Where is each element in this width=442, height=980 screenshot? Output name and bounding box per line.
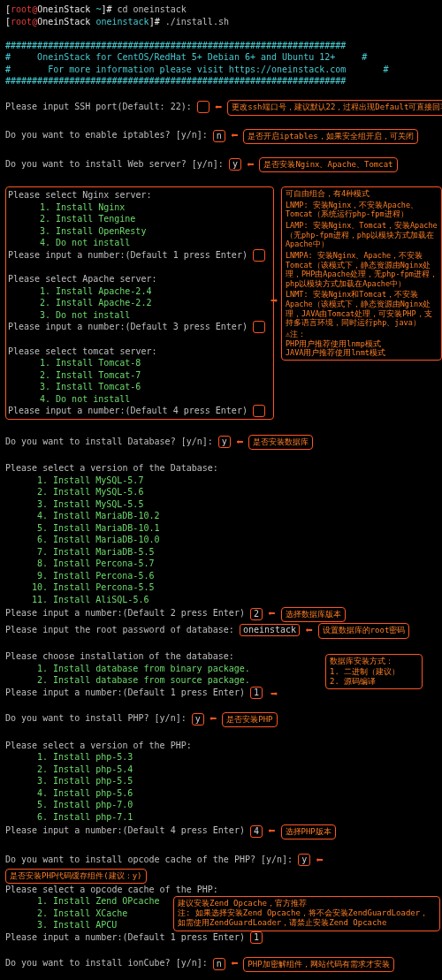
db-opt: 5. Install MariaDB-10.1 [5, 522, 437, 535]
arrow-icon: ⬅ [316, 853, 323, 867]
server-selection-group: Please select Nginx server: 1. Install N… [5, 186, 274, 420]
tomcat-opt: 1. Install Tomcat-8 [8, 357, 271, 369]
banner-line: # For more information please visit http… [5, 64, 437, 76]
note-php: 是否安装PHP [222, 712, 277, 727]
tomcat-opt: 3. Install Tomcat-6 [8, 381, 271, 393]
nginx-opt: 4. Do not install [8, 237, 271, 249]
terminal: [root@OneinStack ~]# cd oneinstack [root… [0, 0, 442, 980]
db-opt: 11. Install AliSQL-5.6 [5, 594, 437, 606]
input-db-pwd[interactable]: oneinstack [240, 624, 300, 636]
note-db: 是否安装数据库 [248, 435, 313, 450]
note-combo: 可自由组合，有4种模式 LNMP: 安装Nginx，不安装Apache、Tomc… [281, 186, 442, 361]
input-db-inst[interactable]: 1 [250, 687, 263, 699]
db-opt: 10. Install Percona-5.5 [5, 581, 437, 594]
nginx-opt: 3. Install OpenResty [8, 225, 271, 238]
input-ssh[interactable] [197, 101, 210, 113]
question-ssh: Please input SSH port(Default: 22): ⬅ 更改… [5, 99, 437, 116]
nginx-opt: 2. Install Tengine [8, 213, 271, 225]
db-pwd: Please input the root password of databa… [5, 622, 437, 639]
php-opt: 5. Install php-7.0 [5, 799, 437, 811]
arrow-icon: ⬅ [268, 606, 275, 620]
banner-line: # OneinStack for CentOS/RedHat 5+ Debian… [5, 51, 437, 64]
arrow-icon: ⬅ [236, 435, 243, 449]
apache-opt: 3. Do not install [8, 309, 271, 322]
prompt-line-1: [root@OneinStack ~]# cd oneinstack [5, 4, 437, 16]
opc-header: Please select a opcode cache of the PHP: [5, 884, 437, 896]
tomcat-header: Please select tomcat server: [8, 346, 271, 358]
banner-hash: ########################################… [5, 40, 437, 52]
arrow-icon: ⬅ [231, 956, 238, 970]
note-ssh: 更改ssh端口号，建议默认22，过程出现Default可直接回车 [227, 100, 442, 115]
note-opc: 建议安装Zend Opcache，官方推荐 注: 如果选择安装Zend Opca… [173, 896, 440, 931]
input-apache[interactable] [253, 321, 265, 333]
input-nginx[interactable] [253, 249, 265, 262]
note-iptables: 是否开启iptables，如果安全组开启，可关闭 [243, 129, 417, 144]
note-db-ver: 选择数据库版本 [281, 607, 346, 622]
question-opcache: Do you want to install opcode cache of t… [5, 852, 437, 884]
input-opcache[interactable]: y [298, 854, 310, 866]
arrow-icon: ➡ [271, 292, 278, 309]
note-db-inst: 数据库安装方式： 1. 二进制（建议） 2. 源码编译 [325, 654, 423, 689]
question-db: Do you want to install Database? [y/n]: … [5, 434, 437, 451]
arrow-icon: ⬅ [215, 100, 222, 114]
question-web: Do you want to install Web server? [y/n]… [5, 156, 437, 173]
question-iptables: Do you want to enable iptables? [y/n]: n… [5, 127, 437, 144]
input-php-num[interactable]: 4 [250, 825, 263, 838]
input-tomcat[interactable] [253, 405, 265, 417]
php-opt: 6. Install php-7.1 [5, 811, 437, 824]
input-db-num[interactable]: 2 [250, 608, 263, 620]
php-ver-header: Please select a version of the PHP: [5, 740, 437, 752]
php-opt: 4. Install php-5.6 [5, 787, 437, 800]
db-opt: 8. Install Percona-5.7 [5, 558, 437, 570]
arrow-icon: ⬅ [305, 623, 312, 637]
input-ioncube[interactable]: n [213, 958, 225, 970]
prompt-line-2: [root@OneinStack oneinstack]# ./install.… [5, 16, 437, 28]
arrow-icon: ⬅ [231, 128, 238, 142]
db-opt: 9. Install Percona-5.6 [5, 570, 437, 582]
input-db[interactable]: y [218, 436, 231, 448]
note-web: 是否安装Nginx、Apache、Tomcat [259, 157, 397, 172]
db-opt: 1. Install MySQL-5.7 [5, 475, 437, 487]
input-web[interactable]: y [229, 158, 241, 171]
db-opt: 6. Install MariaDB-10.0 [5, 534, 437, 546]
question-ioncube: Do you want to install ionCube? [y/n]: n… [5, 955, 437, 972]
note-php-ver: 选择PHP版本 [281, 824, 336, 839]
input-iptables[interactable]: n [213, 130, 225, 142]
apache-opt: 2. Install Apache-2.2 [8, 297, 271, 309]
nginx-opt: 1. Install Nginx [8, 201, 271, 214]
db-opt: 2. Install MySQL-5.6 [5, 486, 437, 498]
arrow-icon: ⬅ [210, 711, 217, 726]
db-opt: 4. Install MariaDB-10.2 [5, 510, 437, 522]
apache-opt: 1. Install Apache-2.4 [8, 285, 271, 298]
php-opt: 3. Install php-5.5 [5, 775, 437, 787]
banner-hash: ########################################… [5, 75, 437, 87]
db-ver-header: Please select a version of the Database: [5, 462, 437, 475]
arrow-icon: ➡ [271, 686, 278, 703]
arrow-icon: ⬅ [247, 157, 254, 171]
input-php[interactable]: y [192, 713, 204, 726]
php-opt: 2. Install php-5.4 [5, 763, 437, 776]
db-opt: 3. Install MySQL-5.5 [5, 498, 437, 511]
tomcat-opt: 2. Install Tomcat-7 [8, 369, 271, 382]
note-db-pwd: 设置数据库的root密码 [318, 623, 410, 638]
db-num: Please input a number:(Default 2 press E… [5, 605, 437, 622]
db-opt: 7. Install MariaDB-5.5 [5, 546, 437, 558]
question-php: Do you want to install PHP? [y/n]: y ⬅ 是… [5, 710, 437, 727]
nginx-header: Please select Nginx server: [8, 189, 271, 201]
arrow-icon: ⬅ [268, 824, 275, 838]
php-opt: 1. Install php-5.3 [5, 751, 437, 763]
php-num: Please input a number:(Default 4 press E… [5, 823, 437, 839]
note-ioncube: PHP加密解组件，网站代码有需求才安装 [243, 957, 393, 972]
apache-header: Please select Apache server: [8, 273, 271, 285]
tomcat-opt: 4. Do not install [8, 393, 271, 406]
note-opcache: 是否安装PHP代码缓存组件(建议：y) [5, 869, 147, 884]
input-opc[interactable]: 1 [250, 931, 263, 944]
